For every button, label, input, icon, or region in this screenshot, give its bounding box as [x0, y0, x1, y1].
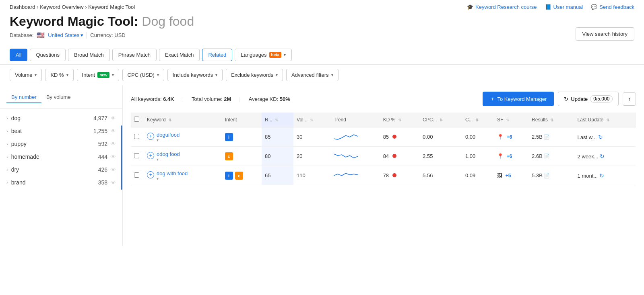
breadcrumb-overview[interactable]: Keyword Overview	[40, 4, 83, 10]
tab-all[interactable]: All	[10, 49, 27, 61]
sidebar-item[interactable]: › brand 358 👁	[0, 176, 122, 189]
lastupdate-header: Last Update ⇅	[574, 113, 636, 127]
to-keyword-manager-button[interactable]: ＋ To Keyword Manager	[483, 92, 554, 106]
keyword-cell: + odog food ▾	[144, 147, 222, 166]
cpc-cell: 5.56	[419, 166, 462, 185]
sidebar-item-left: › brand	[6, 179, 25, 186]
sidebar-expand-icon: ›	[6, 167, 8, 172]
keyword-link[interactable]: dog with food	[157, 170, 188, 176]
export-button[interactable]: ↑	[623, 92, 636, 106]
sidebar-item[interactable]: › homemade 444 👁	[0, 150, 122, 163]
sidebar-item[interactable]: › best 1,255 👁	[0, 125, 122, 137]
sidebar-list: › dog 4,977 👁 › best 1,255	[0, 109, 122, 192]
cpc-filter[interactable]: CPC (USD) ▾	[122, 69, 164, 81]
location-icon: 📍	[497, 153, 504, 159]
feedback-link[interactable]: 💬 Send feedback	[591, 4, 634, 10]
comp-sort-icon[interactable]: ⇅	[475, 118, 479, 122]
course-link[interactable]: 🎓 Keyword Research course	[467, 4, 537, 10]
row-checkbox-cell[interactable]	[131, 147, 144, 166]
view-history-button[interactable]: View search history	[576, 27, 634, 41]
sf-cell: 📍 +6	[494, 127, 528, 147]
keyword-dropdown-icon[interactable]: ▾	[157, 138, 180, 142]
volume-filter[interactable]: Volume ▾	[10, 69, 42, 81]
stats-group: All keywords: 6.4K | Total volume: 2M | …	[131, 96, 290, 102]
currency-label: Currency: USD	[90, 32, 125, 38]
row-refresh-icon[interactable]: ↻	[598, 134, 603, 140]
advanced-filter[interactable]: Advanced filters ▾	[286, 69, 339, 81]
trend-chart	[334, 170, 358, 180]
breadcrumb-dashboard[interactable]: Dashboard	[10, 4, 35, 10]
kd-filter[interactable]: KD % ▾	[45, 69, 73, 81]
tab-phrase-match[interactable]: Phrase Match	[112, 49, 157, 61]
title-prefix: Keyword Magic Tool:	[10, 14, 142, 29]
sidebar-expand-icon: ›	[6, 116, 8, 121]
keyword-dropdown-icon[interactable]: ▾	[157, 176, 188, 181]
row-checkbox-cell[interactable]	[131, 127, 144, 147]
add-keyword-icon[interactable]: +	[147, 133, 154, 140]
include-filter[interactable]: Include keywords ▾	[167, 69, 223, 81]
kd-cell: 78	[380, 166, 419, 185]
sidebar-item-left: › best	[6, 128, 22, 134]
sidebar-count: 4,977	[93, 115, 107, 121]
eye-icon[interactable]: 👁	[111, 180, 116, 186]
row-refresh-icon[interactable]: ↻	[599, 172, 604, 179]
eye-icon[interactable]: 👁	[111, 128, 116, 134]
divider	[87, 32, 87, 39]
results-sort-icon[interactable]: ⇅	[550, 118, 553, 122]
row-checkbox[interactable]	[134, 134, 139, 139]
add-keyword-icon[interactable]: +	[147, 171, 154, 178]
table-header-row: Keyword ⇅ Intent R... ⇅ Vol... ⇅ Trend	[131, 113, 636, 127]
exclude-filter[interactable]: Exclude keywords ▾	[226, 69, 283, 81]
eye-icon[interactable]: 👁	[111, 141, 116, 147]
update-button[interactable]: ↻ Update 0/5,000	[558, 92, 619, 106]
kd-sort-icon[interactable]: ⇅	[398, 118, 401, 122]
trend-cell	[330, 166, 380, 185]
sidebar-item[interactable]: › dry 426 👁	[0, 163, 122, 176]
manual-label: User manual	[553, 4, 583, 10]
lastupdate-sort-icon[interactable]: ⇅	[606, 118, 609, 122]
table-row: + doguifood ▾ i 85	[131, 127, 636, 147]
country-selector[interactable]: United States ▾	[48, 32, 83, 38]
keyword-link[interactable]: doguifood	[157, 132, 180, 138]
row-checkbox-cell[interactable]	[131, 166, 144, 185]
tab-related[interactable]: Related	[202, 49, 232, 61]
sidebar-item[interactable]: › dog 4,977 👁	[0, 112, 122, 125]
eye-icon[interactable]: 👁	[111, 115, 116, 121]
tab-questions[interactable]: Questions	[30, 49, 66, 61]
manual-link[interactable]: 📘 User manual	[545, 4, 583, 10]
comp-cell: 1.00	[462, 147, 494, 166]
rank-sort-icon[interactable]: ⇅	[275, 118, 278, 122]
languages-chevron-icon: ▾	[284, 53, 286, 57]
include-chevron-icon: ▾	[215, 73, 217, 77]
languages-button[interactable]: Languages beta ▾	[235, 49, 292, 61]
scroll-indicator	[121, 125, 122, 190]
vol-sort-icon[interactable]: ⇅	[310, 118, 313, 122]
cpc-sort-icon[interactable]: ⇅	[440, 118, 443, 122]
sidebar-item[interactable]: › puppy 592 👁	[0, 137, 122, 150]
keyword-dropdown-icon[interactable]: ▾	[157, 157, 180, 162]
intent-filter[interactable]: Intent new ▾	[77, 69, 119, 81]
eye-icon[interactable]: 👁	[111, 154, 116, 160]
kd-cell: 84	[380, 147, 419, 166]
header-section: Keyword Magic Tool: Dog food Database: 🇺…	[0, 12, 644, 44]
row-checkbox[interactable]	[134, 153, 139, 158]
row-refresh-icon[interactable]: ↻	[600, 153, 605, 160]
cpc-cell: 0.00	[419, 127, 462, 147]
sidebar-count: 444	[98, 154, 107, 160]
add-keyword-icon[interactable]: +	[147, 152, 154, 159]
select-all-checkbox[interactable]	[134, 117, 139, 122]
eye-icon[interactable]: 👁	[111, 167, 116, 173]
keyword-link[interactable]: odog food	[157, 151, 180, 157]
beta-badge: beta	[269, 52, 282, 58]
feedback-icon: 💬	[591, 4, 597, 10]
subtitle: Database: 🇺🇸 United States ▾ Currency: U…	[10, 31, 634, 39]
sidebar-tab-byvolume[interactable]: By volume	[41, 92, 76, 103]
tab-broad-match[interactable]: Broad Match	[68, 49, 110, 61]
sf-sort-icon[interactable]: ⇅	[506, 118, 509, 122]
row-checkbox[interactable]	[134, 172, 139, 178]
image-icon: 🖼	[497, 172, 502, 178]
keyword-sort-icon[interactable]: ⇅	[168, 118, 171, 122]
sidebar-tab-bynumber[interactable]: By number	[6, 92, 41, 103]
select-all-header[interactable]	[131, 113, 144, 127]
tab-exact-match[interactable]: Exact Match	[159, 49, 200, 61]
